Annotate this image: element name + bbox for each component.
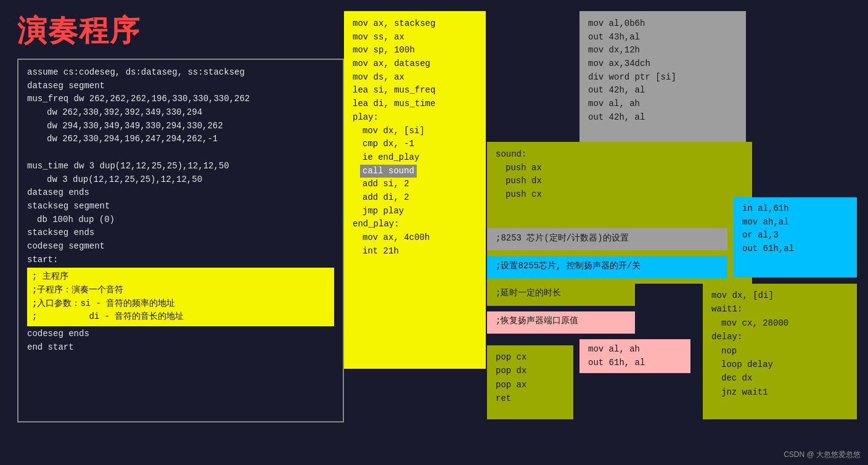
- code-line: out 43h,al: [588, 31, 737, 44]
- comment-line: ; 主程序: [32, 270, 329, 284]
- code-line: int 21h: [353, 245, 477, 258]
- code-line: cmp dx, -1: [353, 138, 477, 151]
- code-line: push cx: [496, 188, 743, 202]
- olive-right-bottom-box: mov dx, [di] wait1: mov cx, 28000 delay:…: [703, 284, 857, 419]
- comment-line: ;子程序：演奏一个音符: [32, 284, 329, 297]
- watermark: CSDN @ 大忽悠爱忽悠: [784, 450, 861, 460]
- comment-restore-text: ;恢复扬声器端口原值: [496, 316, 578, 326]
- code-line: lea si, mus_freq: [353, 84, 477, 97]
- code-line: loop delay: [711, 358, 848, 371]
- main-code-box: assume cs:codeseg, ds:dataseg, ss:stacks…: [17, 59, 344, 422]
- comment-delay-text: ;延时一定的时长: [496, 288, 561, 298]
- call-sound-line: call sound: [353, 165, 477, 178]
- code-line: delay:: [711, 330, 848, 344]
- pink-moval-box: mov al, ah out 61h, al: [579, 339, 690, 373]
- code-line: stackseg segment: [27, 200, 334, 213]
- comment-8253-box: ;8253 芯片(定时/计数器)的设置: [487, 228, 727, 250]
- comment-line: ; di - 音符的音长的地址: [32, 310, 329, 324]
- code-line: sound:: [496, 148, 743, 162]
- code-line: mov al,0b6h: [588, 17, 737, 31]
- code-line: dec dx: [711, 371, 848, 385]
- code-line: dataseg ends: [27, 186, 334, 200]
- code-line: out 42h, al: [588, 111, 737, 125]
- code-line: add di, 2: [353, 191, 477, 205]
- code-line: push ax: [496, 162, 743, 175]
- code-line: end_play:: [353, 218, 477, 231]
- code-line: mus_freq dw 262,262,262,196,330,330,330,…: [27, 93, 334, 106]
- code-line: codeseg ends: [27, 327, 334, 341]
- code-line: dataseg segment: [27, 80, 334, 93]
- code-line: dw 262,330,392,392,349,330,294: [27, 106, 334, 120]
- code-line: play:: [353, 111, 477, 125]
- code-line: stackseg ends: [27, 226, 334, 240]
- code-line: db 100h dup (0): [27, 213, 334, 227]
- code-line: add si, 2: [353, 178, 477, 191]
- yellow-code-box: mov ax, stackseg mov ss, ax mov sp, 100h…: [344, 11, 486, 369]
- code-line: lea di, mus_time: [353, 97, 477, 111]
- blue-right-code-box: in al,61h mov ah,al or al,3 out 61h,al: [734, 197, 857, 278]
- code-line: mov ax, 4c00h: [353, 231, 477, 245]
- code-line: mov ax, dataseg: [353, 57, 477, 71]
- code-line: out 61h, al: [588, 356, 682, 370]
- code-line: mov al, ah: [588, 97, 737, 111]
- code-line: mov al, ah: [588, 343, 682, 356]
- code-line: pop cx: [496, 350, 565, 364]
- code-line: push dx: [496, 175, 743, 188]
- page-title: 演奏程序: [17, 11, 141, 51]
- comment-restore-box: ;恢复扬声器端口原值: [487, 311, 635, 334]
- code-line: out 61h,al: [742, 242, 848, 256]
- code-line: start:: [27, 253, 334, 267]
- code-line: jnz wait1: [711, 385, 848, 399]
- code-line: mov cx, 28000: [711, 316, 848, 330]
- code-line: mov ds, ax: [353, 71, 477, 84]
- code-line: mus_time dw 3 dup(12,12,25,25),12,12,50: [27, 160, 334, 173]
- code-line: codeseg segment: [27, 240, 334, 253]
- comment-delay-box: ;延时一定的时长: [487, 284, 635, 306]
- code-line: pop ax: [496, 378, 565, 392]
- code-line: mov ss, ax: [353, 31, 477, 44]
- comment-8255-text: ;设置8255芯片, 控制扬声器的开/关: [496, 261, 641, 271]
- code-line: mov ax, stackseg: [353, 17, 477, 31]
- code-line: dw 3 dup(12,12,25,25),12,12,50: [27, 173, 334, 187]
- comment-8253-text: ;8253 芯片(定时/计数器)的设置: [496, 233, 629, 243]
- code-line: ret: [496, 392, 565, 405]
- comment-line: ;入口参数：si - 音符的频率的地址: [32, 297, 329, 311]
- code-line: mov sp, 100h: [353, 44, 477, 57]
- code-line: mov dx, [di]: [711, 289, 848, 302]
- code-line: pop dx: [496, 364, 565, 377]
- code-line: in al,61h: [742, 202, 848, 216]
- code-line: nop: [711, 344, 848, 358]
- code-line: mov dx,12h: [588, 44, 737, 57]
- code-line: dw 294,330,349,349,330,294,330,262: [27, 120, 334, 133]
- code-line: mov ax,34dch: [588, 57, 737, 71]
- code-line: mov ah,al: [742, 216, 848, 229]
- code-line: or al,3: [742, 229, 848, 242]
- code-line: ie end_play: [353, 151, 477, 165]
- code-line: wait1:: [711, 302, 848, 316]
- code-line: out 42h, al: [588, 84, 737, 97]
- olive-pop-box: pop cx pop dx pop ax ret: [487, 345, 573, 419]
- code-line: end start: [27, 341, 334, 355]
- code-line: dw 262,330,294,196,247,294,262,-1: [27, 133, 334, 146]
- call-sound-highlight: call sound: [360, 165, 417, 178]
- code-line: assume cs:codeseg, ds:dataseg, ss:stacks…: [27, 66, 334, 80]
- code-line: mov dx, [si]: [353, 125, 477, 138]
- comment-8255-box: ;设置8255芯片, 控制扬声器的开/关: [487, 256, 727, 278]
- code-line: div word ptr [si]: [588, 71, 737, 84]
- code-line: jmp play: [353, 205, 477, 218]
